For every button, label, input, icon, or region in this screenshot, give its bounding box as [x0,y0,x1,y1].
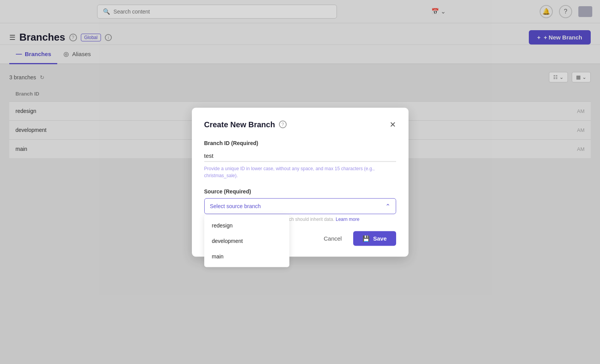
source-select-dropdown[interactable]: Select source branch ⌃ redesign developm… [204,198,396,214]
source-select-placeholder: Select source branch [210,203,261,209]
modal-header: Create New Branch ? ✕ [204,120,396,129]
modal-title-wrap: Create New Branch ? [204,120,287,129]
branch-id-label: Branch ID (Required) [204,140,396,146]
create-branch-modal: Create New Branch ? ✕ Branch ID (Require… [192,108,409,256]
dropdown-item-development[interactable]: development [204,233,289,248]
modal-title: Create New Branch [204,120,275,129]
save-label: Save [373,235,386,242]
learn-more-link[interactable]: Learn more [336,216,359,222]
dropdown-item-main[interactable]: main [204,248,289,264]
branch-id-hint: Provide a unique ID in lower case, witho… [204,165,396,179]
cancel-button[interactable]: Cancel [318,231,348,246]
save-button[interactable]: 💾 Save [353,231,396,246]
source-section: Source (Required) Select source branch ⌃… [204,188,396,222]
save-icon: 💾 [362,235,370,242]
source-label: Source (Required) [204,188,396,194]
branch-id-section: Branch ID (Required) Provide a unique ID… [204,140,396,179]
source-dropdown-list: redesign development main [204,214,289,267]
dropdown-item-redesign[interactable]: redesign [204,217,289,233]
branch-id-input[interactable] [204,150,396,162]
modal-close-button[interactable]: ✕ [390,121,396,128]
modal-help-icon[interactable]: ? [279,121,287,128]
chevron-up-icon: ⌃ [385,202,390,210]
